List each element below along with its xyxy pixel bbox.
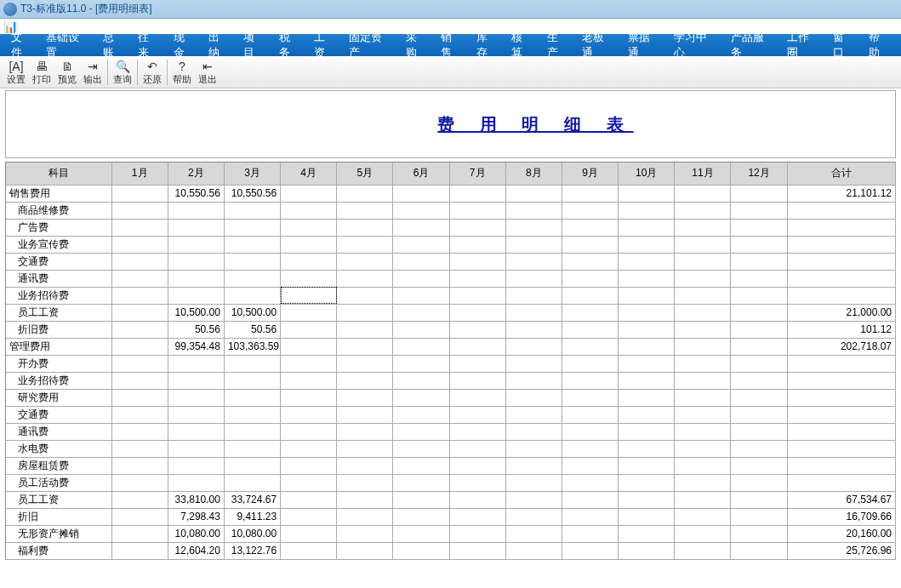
data-cell[interactable]: 10,550.56: [168, 185, 224, 202]
data-cell[interactable]: [337, 440, 393, 457]
data-cell[interactable]: [675, 304, 731, 321]
total-cell[interactable]: [787, 236, 895, 253]
data-cell[interactable]: [337, 270, 393, 287]
data-cell[interactable]: 103,363.59: [224, 338, 280, 355]
data-cell[interactable]: [731, 457, 787, 474]
menu-销售[interactable]: 销售: [435, 27, 468, 63]
data-cell[interactable]: [449, 542, 505, 559]
data-cell[interactable]: [505, 270, 562, 287]
data-cell[interactable]: [731, 491, 787, 508]
column-header[interactable]: 4月: [281, 163, 337, 185]
subject-cell[interactable]: 水电费: [6, 440, 111, 457]
data-cell[interactable]: [393, 202, 449, 219]
table-row[interactable]: 折旧7,298.439,411.2316,709.66: [6, 508, 896, 525]
data-cell[interactable]: [619, 287, 675, 304]
column-header[interactable]: 1月: [111, 163, 168, 185]
data-cell[interactable]: [111, 406, 168, 423]
data-cell[interactable]: [337, 236, 393, 253]
subject-cell[interactable]: 折旧: [6, 508, 111, 525]
subject-cell[interactable]: 销售费用: [6, 185, 111, 202]
data-cell[interactable]: [675, 491, 731, 508]
column-header[interactable]: 11月: [675, 163, 731, 185]
column-header[interactable]: 合计: [787, 163, 895, 185]
subject-cell[interactable]: 交通费: [6, 406, 111, 423]
data-cell[interactable]: [619, 406, 675, 423]
expense-table-wrap[interactable]: 科目1月2月3月4月5月6月7月8月9月10月11月12月合计 销售费用10,5…: [5, 162, 896, 560]
data-cell[interactable]: [224, 372, 280, 389]
data-cell[interactable]: [111, 202, 168, 219]
total-cell[interactable]: [787, 287, 895, 304]
data-cell[interactable]: [731, 270, 787, 287]
data-cell[interactable]: [449, 389, 505, 406]
data-cell[interactable]: [111, 287, 168, 304]
data-cell[interactable]: [449, 202, 505, 219]
data-cell[interactable]: [675, 202, 731, 219]
data-cell[interactable]: [675, 508, 731, 525]
data-cell[interactable]: [337, 423, 393, 440]
data-cell[interactable]: [731, 423, 787, 440]
total-cell[interactable]: [787, 355, 895, 372]
data-cell[interactable]: [619, 236, 675, 253]
data-cell[interactable]: 50.56: [168, 321, 224, 338]
data-cell[interactable]: [449, 508, 505, 525]
data-cell[interactable]: [224, 389, 280, 406]
table-row[interactable]: 房屋租赁费: [6, 457, 896, 474]
data-cell[interactable]: [675, 321, 731, 338]
data-cell[interactable]: [449, 287, 505, 304]
data-cell[interactable]: [562, 219, 618, 236]
data-cell[interactable]: [505, 406, 562, 423]
data-cell[interactable]: 99,354.48: [168, 338, 224, 355]
data-cell[interactable]: [731, 525, 787, 542]
data-cell[interactable]: [675, 219, 731, 236]
data-cell[interactable]: [562, 423, 618, 440]
data-cell[interactable]: [281, 236, 337, 253]
data-cell[interactable]: [111, 491, 168, 508]
data-cell[interactable]: [505, 253, 562, 270]
data-cell[interactable]: [168, 253, 224, 270]
data-cell[interactable]: [337, 457, 393, 474]
column-header[interactable]: 6月: [393, 163, 449, 185]
data-cell[interactable]: [562, 270, 618, 287]
data-cell[interactable]: [337, 525, 393, 542]
data-cell[interactable]: [731, 508, 787, 525]
data-cell[interactable]: [731, 253, 787, 270]
data-cell[interactable]: [619, 440, 675, 457]
data-cell[interactable]: [337, 372, 393, 389]
column-header[interactable]: 2月: [168, 163, 224, 185]
table-row[interactable]: 员工活动费: [6, 474, 896, 491]
table-row[interactable]: 研究费用: [6, 389, 896, 406]
data-cell[interactable]: [731, 389, 787, 406]
data-cell[interactable]: [505, 202, 562, 219]
table-row[interactable]: 销售费用10,550.5610,550.5621,101.12: [6, 185, 896, 202]
data-cell[interactable]: [393, 219, 449, 236]
data-cell[interactable]: 7,298.43: [168, 508, 224, 525]
table-row[interactable]: 无形资产摊销10,080.0010,080.0020,160.00: [6, 525, 896, 542]
data-cell[interactable]: [111, 508, 168, 525]
data-cell[interactable]: [619, 457, 675, 474]
data-cell[interactable]: [619, 338, 675, 355]
data-cell[interactable]: [168, 457, 224, 474]
table-row[interactable]: 通讯费: [6, 270, 896, 287]
subject-cell[interactable]: 通讯费: [6, 270, 111, 287]
data-cell[interactable]: [619, 355, 675, 372]
data-cell[interactable]: [111, 253, 168, 270]
data-cell[interactable]: [619, 525, 675, 542]
data-cell[interactable]: [731, 355, 787, 372]
data-cell[interactable]: [562, 287, 618, 304]
toolbar-打印[interactable]: 🖶打印: [29, 57, 54, 88]
data-cell[interactable]: [505, 389, 562, 406]
data-cell[interactable]: [281, 457, 337, 474]
data-cell[interactable]: [337, 389, 393, 406]
data-cell[interactable]: [337, 338, 393, 355]
toolbar-设置[interactable]: [A]设置: [3, 57, 29, 88]
data-cell[interactable]: [393, 457, 449, 474]
data-cell[interactable]: [731, 236, 787, 253]
column-header[interactable]: 科目: [6, 163, 111, 185]
data-cell[interactable]: [393, 321, 449, 338]
data-cell[interactable]: [505, 525, 562, 542]
data-cell[interactable]: [562, 525, 618, 542]
subject-cell[interactable]: 业务招待费: [6, 372, 111, 389]
data-cell[interactable]: [224, 287, 280, 304]
data-cell[interactable]: [168, 372, 224, 389]
total-cell[interactable]: 20,160.00: [787, 525, 895, 542]
